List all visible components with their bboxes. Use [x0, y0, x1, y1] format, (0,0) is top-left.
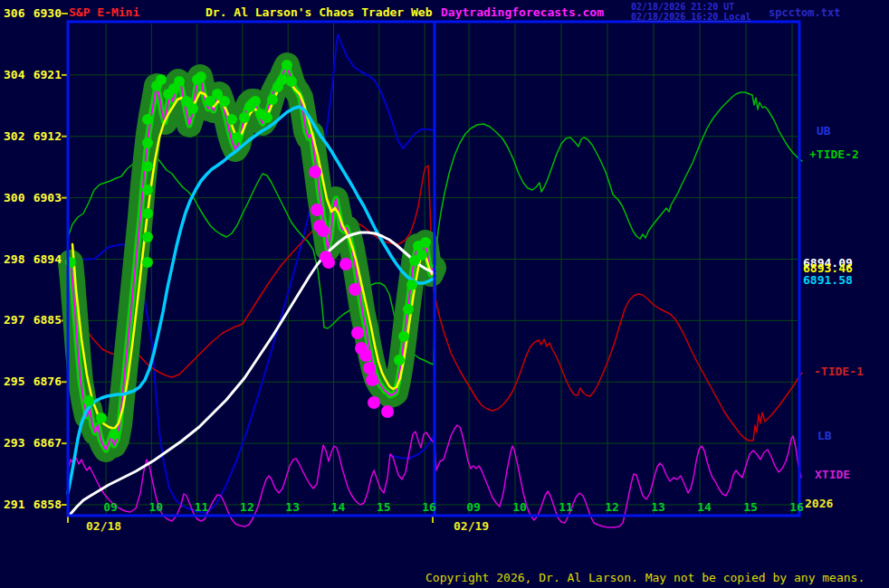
- y-right-scale-value: 6903: [33, 191, 62, 204]
- x-tick-mark: [67, 517, 69, 523]
- annotation-ub: UB: [817, 124, 831, 138]
- page-title: Dr. Al Larson's Chaos Trader Web: [206, 5, 432, 19]
- year-label: 2026: [805, 497, 833, 510]
- buy-signal-dot: [187, 103, 198, 114]
- y-right-scale-value: 6930: [33, 6, 62, 20]
- buy-signal-dot: [277, 74, 288, 85]
- session2-date: 02/19: [454, 519, 489, 533]
- y-right-scale-value: 6885: [33, 313, 62, 327]
- y-axis-label-6885: 2976885: [4, 313, 62, 327]
- y-axis-label-6903: 3006903: [4, 191, 62, 204]
- annotation-tide1: -TIDE-1: [814, 365, 864, 378]
- buy-signal-dot: [142, 138, 153, 148]
- annotation-xtide: XTIDE: [815, 468, 850, 481]
- buy-signal-dot: [174, 76, 185, 87]
- hour-label-day1-11: 11: [190, 500, 214, 514]
- y-left-scale-value: 306: [4, 6, 24, 20]
- buy-signal-dot: [196, 71, 206, 82]
- buy-signal-dot: [398, 331, 409, 342]
- sell-signal-dot: [349, 283, 361, 296]
- sell-signal-dot: [363, 362, 376, 375]
- hour-label-day2-16: 16: [785, 500, 808, 514]
- y-right-scale-value: 6858: [33, 498, 62, 511]
- buy-signal-dot: [282, 60, 292, 71]
- sell-signal-dot: [366, 374, 378, 386]
- copyright-notice: Copyright 2026, Dr. Al Larson. May not b…: [425, 571, 865, 584]
- y-left-scale-value: 291: [4, 498, 24, 511]
- y-tick-mark: [62, 13, 68, 14]
- y-right-scale-value: 6894: [33, 252, 62, 266]
- y-left-scale-value: 302: [4, 129, 24, 143]
- buy-signal-dot: [394, 355, 405, 365]
- y-right-scale-value: 6912: [33, 129, 62, 143]
- buy-signal-dot: [83, 395, 94, 406]
- hour-label-day1-16: 16: [417, 500, 441, 514]
- y-axis-label-6912: 3026912: [4, 129, 62, 143]
- buy-signal-dot: [406, 280, 417, 290]
- buy-signal-dot: [262, 112, 272, 123]
- x-tick-mark: [432, 517, 434, 523]
- hour-label-day1-14: 14: [327, 500, 350, 514]
- buy-signal-dot: [142, 232, 153, 242]
- y-left-scale-value: 295: [4, 375, 24, 388]
- hour-label-day2-14: 14: [693, 500, 716, 514]
- sell-signal-dot: [368, 396, 380, 409]
- buy-signal-dot: [420, 237, 431, 248]
- y-right-scale-value: 6876: [33, 375, 62, 388]
- buy-signal-dot: [403, 304, 414, 315]
- buy-signal-dot: [142, 161, 153, 172]
- buy-signal-dot: [226, 114, 237, 125]
- sell-signal-dot: [359, 349, 372, 362]
- y-right-scale-value: 6921: [33, 68, 62, 81]
- hour-label-day1-09: 09: [99, 500, 122, 514]
- y-right-scale-value: 6867: [33, 436, 62, 450]
- sell-signal-dot: [351, 327, 364, 339]
- local-timestamp: 02/18/2026 16:20 Local: [631, 12, 750, 22]
- annotation-689158: 6891.58: [803, 273, 853, 287]
- symbol-label: S&P E-Mini: [69, 5, 139, 19]
- utc-timestamp: 02/18/2026 21:20 UT: [631, 2, 734, 12]
- annotation-lb: LB: [817, 429, 832, 442]
- hour-label-day2-13: 13: [646, 500, 670, 514]
- y-left-scale-value: 300: [4, 191, 24, 204]
- y-axis-label-6876: 2956876: [4, 375, 62, 388]
- hour-label-day1-13: 13: [281, 500, 304, 514]
- hour-label-day2-12: 12: [600, 500, 624, 514]
- buy-signal-dot: [416, 250, 427, 261]
- buy-signal-dot: [250, 96, 261, 107]
- annotation-tide2: +TIDE-2: [809, 147, 859, 161]
- site-link[interactable]: Daytradingforecasts.com: [441, 5, 604, 19]
- buy-signal-dot: [219, 96, 230, 107]
- y-axis-label-6894: 2986894: [4, 252, 62, 266]
- data-file-link[interactable]: spcctom.txt: [769, 6, 840, 19]
- chaos-trader-page: S&P E-Mini Dr. Al Larson's Chaos Trader …: [0, 0, 889, 588]
- sell-signal-dot: [339, 258, 352, 270]
- hour-label-day2-11: 11: [554, 500, 578, 514]
- hour-label-day1-15: 15: [372, 500, 396, 514]
- hour-label-day2-09: 09: [462, 500, 485, 514]
- y-left-scale-value: 304: [4, 68, 24, 81]
- hour-label-day2-15: 15: [739, 500, 762, 514]
- session1-date: 02/18: [86, 519, 121, 533]
- y-left-scale-value: 298: [4, 252, 24, 266]
- sell-signal-dot: [309, 166, 321, 178]
- buy-signal-dot: [142, 185, 153, 195]
- buy-signal-dot: [232, 132, 243, 143]
- hour-label-day1-12: 12: [235, 500, 259, 514]
- buy-signal-dot: [142, 114, 153, 125]
- y-axis-label-6930: 3066930: [4, 6, 62, 20]
- buy-signal-dot: [142, 257, 153, 268]
- sell-signal-dot: [322, 256, 335, 269]
- buy-signal-dot: [142, 208, 153, 219]
- y-axis-label-6921: 3046921: [4, 68, 62, 81]
- y-left-scale-value: 293: [4, 436, 24, 450]
- hour-label-day2-10: 10: [508, 500, 531, 514]
- hour-label-day1-10: 10: [144, 500, 167, 514]
- sell-signal-dot: [317, 224, 330, 237]
- sell-signal-dot: [381, 405, 394, 418]
- buy-signal-dot: [96, 413, 107, 423]
- y-left-scale-value: 297: [4, 313, 24, 327]
- buy-signal-dot: [239, 112, 250, 123]
- buy-signal-dot: [156, 74, 167, 85]
- y-axis-label-6858: 2916858: [4, 498, 62, 511]
